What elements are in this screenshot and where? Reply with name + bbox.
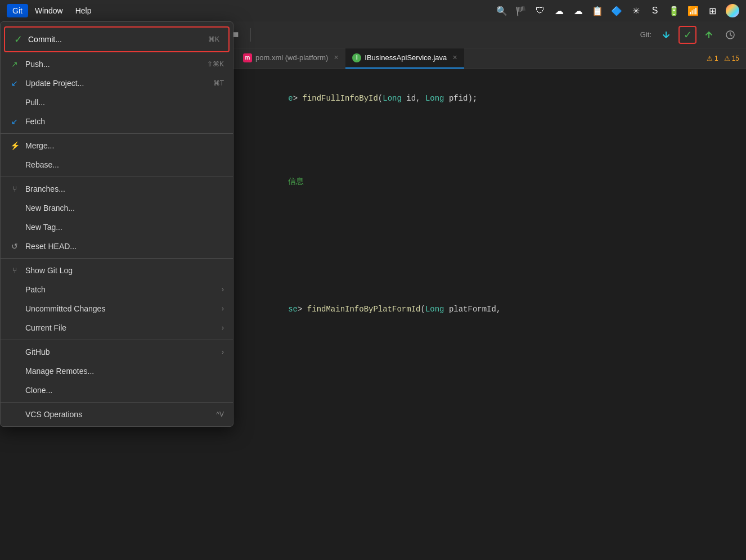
menu-clone[interactable]: Clone... [1,381,233,400]
branches-icon: ⑂ [10,184,20,193]
menubar: Git Window Help 🔍 🏴 🛡 ☁ ☁ 📋 🔷 ✳ S 🔋 📶 ⊞ [0,0,746,21]
menu-window[interactable]: Window [29,4,69,17]
git-push-button[interactable] [700,26,718,44]
menu-help[interactable]: Help [70,4,97,17]
menu-git[interactable]: Git [7,4,28,17]
menu-pull-label: Pull... [25,98,45,107]
clipboard-icon: 📋 [592,5,603,16]
merge-icon: ⚡ [10,141,20,150]
menubar-left: Git Window Help [7,4,97,17]
tab-pom-label: pom.xml (wd-platform) [255,53,328,62]
separator-5 [1,402,233,403]
code-spacer-1 [250,118,729,162]
menu-vcs-operations[interactable]: VCS Operations ^V [1,405,233,424]
menu-show-git-log[interactable]: ⑂ Show Git Log [1,261,233,280]
menu-branches[interactable]: ⑂ Branches... [1,179,233,198]
separator-1 [1,133,233,134]
separator-3 [1,258,233,259]
menu-merge-label: Merge... [25,141,54,150]
menu-rebase-label: Rebase... [25,160,59,169]
code-spacer-2 [250,200,729,290]
cloud-icon: ☁ [554,5,565,16]
menu-commit-label: Commit... [28,35,62,44]
menu-current-file[interactable]: Current File › [1,318,233,337]
tab-pom-xml[interactable]: m pom.xml (wd-platform) ✕ [236,48,345,69]
menu-update-label: Update Project... [25,79,84,88]
tab-ibusiness-close[interactable]: ✕ [452,54,457,61]
tab-pom-close[interactable]: ✕ [334,54,339,61]
menu-rebase[interactable]: Rebase... [1,155,233,174]
security-icon: 🔷 [611,5,622,16]
tab-i-icon: I [352,53,361,62]
menu-github-label: GitHub [25,347,50,356]
menu-github[interactable]: GitHub › [1,342,233,362]
menu-push-shortcut: ⇧⌘K [207,60,224,68]
menu-reset-label: Reset HEAD... [25,242,77,251]
tab-m-icon: m [243,53,252,62]
current-file-arrow: › [222,324,224,332]
menu-vcs-shortcut: ^V [216,410,224,418]
warning-icon-2: ⚠ [724,55,730,62]
menu-fetch[interactable]: ↙ Fetch [1,112,233,131]
menu-patch[interactable]: Patch › [1,280,233,299]
menu-new-tag-label: New Tag... [25,223,62,232]
sync-icon: S [649,5,660,16]
menu-show-git-log-label: Show Git Log [25,266,73,275]
search-menubar-icon: 🔍 [496,5,507,16]
menu-patch-label: Patch [25,285,46,294]
menu-new-tag[interactable]: New Tag... [1,218,233,237]
warning-icon-1: ⚠ [707,55,713,62]
menu-pull[interactable]: Pull... [1,93,233,112]
reset-icon: ↺ [10,242,20,251]
git-update-button[interactable] [657,26,675,44]
code-line-1: e> findFullInfoById(Long id, Long pfid); [250,80,729,118]
menubar-icons: 🔍 🏴 🛡 ☁ ☁ 📋 🔷 ✳ S 🔋 📶 ⊞ [496,4,739,17]
separator-2 [1,177,233,177]
warning-2: ⚠ 15 [724,55,739,62]
code-line-3: se> findMainInfoByPlatFormId(Long platFo… [250,290,729,328]
menu-fetch-label: Fetch [25,117,45,126]
menu-uncommitted-label: Uncommitted Changes [25,304,105,313]
commit-icon: ✓ [14,33,23,46]
menu-uncommitted[interactable]: Uncommitted Changes › [1,299,233,318]
menu-commit[interactable]: ✓ Commit... ⌘K [4,26,230,52]
warning-count-1: 1 [714,55,718,62]
separator-4 [1,340,233,340]
menu-manage-remotes[interactable]: Manage Remotes... [1,362,233,381]
battery-icon: 🔋 [668,5,680,16]
code-editor: e> findFullInfoById(Long id, Long pfid);… [233,69,746,340]
menu-vcs-label: VCS Operations [25,410,82,419]
menu-manage-remotes-label: Manage Remotes... [25,367,94,376]
push-icon: ↗ [10,60,20,69]
tab-ibusiness-label: IBusinessApiService.java [365,53,447,62]
git-label: Git: [640,30,651,39]
warning-1: ⚠ 1 [707,55,718,62]
toolbar-separator-2 [250,28,251,42]
fetch-icon: ↙ [10,117,20,126]
menu-push[interactable]: ↗ Push... ⇧⌘K [1,55,233,74]
menu-new-branch[interactable]: New Branch... [1,198,233,218]
menu-branches-label: Branches... [25,184,65,193]
menu-reset-head[interactable]: ↺ Reset HEAD... [1,237,233,256]
warnings-bar: ⚠ 1 ⚠ 15 [707,55,746,62]
git-commit-button[interactable]: ✓ [678,26,696,44]
tab-ibusiness[interactable]: I IBusinessApiService.java ✕ [345,48,464,69]
git-dropdown-menu: ✓ Commit... ⌘K ↗ Push... ⇧⌘K ↙ Update Pr… [0,21,233,427]
menu-current-file-label: Current File [25,323,66,332]
flag-icon: 🏴 [515,5,527,16]
github-arrow: › [222,348,224,356]
git-log-icon: ⑂ [10,266,20,275]
menu-new-branch-label: New Branch... [25,204,75,213]
warning-count-2: 15 [732,55,739,62]
upload-icon: ☁ [573,5,584,16]
menu-merge[interactable]: ⚡ Merge... [1,136,233,155]
user-avatar [726,4,739,17]
code-line-2: 信息 [250,162,729,200]
uncommitted-arrow: › [222,305,224,313]
shield-icon: 🛡 [534,5,546,16]
git-history-button[interactable] [721,26,739,44]
patch-arrow: › [222,286,224,293]
wifi-icon: 📶 [687,5,699,16]
menu-update-project[interactable]: ↙ Update Project... ⌘T [1,74,233,93]
menu-push-label: Push... [25,60,50,69]
